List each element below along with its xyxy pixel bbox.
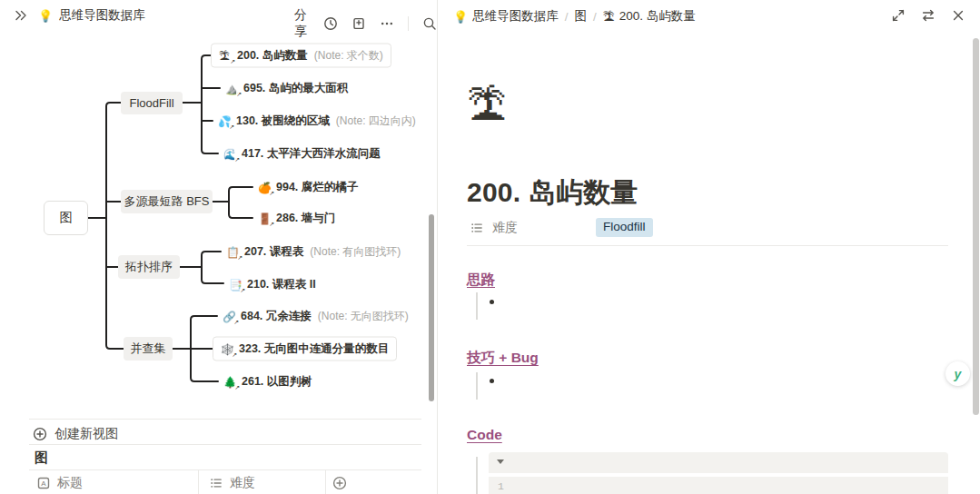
column-divider [325,470,326,494]
evergreen-tree-icon: 🌲↗ [223,376,237,387]
property-row-difficulty[interactable]: 难度 Floodfill [470,218,653,237]
section-heading-ideas[interactable]: 思路 [467,271,495,290]
section-heading-code[interactable]: Code [467,427,502,443]
close-preview-button[interactable] [951,8,965,23]
mindmap-node-417[interactable]: 🌊↗ 417. 太平洋大西洋水流问题 [223,146,387,162]
swap-arrows-icon [921,8,935,23]
mindmap-node-200[interactable]: 🏝↗ 200. 岛屿数量 (Note: 求个数) [211,44,391,68]
wave-icon: 🌊↗ [223,148,237,159]
mindmap-node-261[interactable]: 🌲↗ 261. 以图判树 [223,374,312,390]
breadcrumb-item-graph[interactable]: 图 [575,8,588,25]
toggle-indent-line [476,372,478,400]
create-new-view-button[interactable]: 创建新视图 [33,426,118,442]
branch-label: 多源最短路 BFS [124,193,210,210]
create-new-view-label: 创建新视图 [54,426,118,442]
root-label: 图 [60,210,73,226]
link-arrow-icon: ↗ [234,155,240,162]
right-scrollbar-thumb[interactable] [973,38,979,415]
breadcrumb-separator: / [565,10,569,24]
open-in-side-peek-button[interactable] [921,8,935,23]
breadcrumb-item-page[interactable]: 🏝 200. 岛屿数量 [603,8,696,25]
node-title: 417. 太平洋大西洋水流问题 [242,146,381,162]
mindmap-node-323[interactable]: 🕸️↗ 323. 无向图中连通分量的数目 [213,337,397,361]
open-full-page-button[interactable] [891,8,906,23]
link-arrow-icon: ↗ [230,57,235,64]
spider-web-icon: 🕸️↗ [221,343,234,354]
difficulty-tag[interactable]: Floodfill [596,218,653,237]
left-scrollbar-thumb[interactable] [429,214,434,401]
water-splash-icon: 💦↗ [218,115,232,126]
lightbulb-icon: 💡 [453,10,468,24]
property-name: 难度 [492,220,588,236]
section-heading-tricks[interactable]: 技巧 + Bug [467,349,539,368]
node-title: 684. 冗余连接 [241,309,312,324]
tangerine-icon: 🍊↗ [258,182,272,193]
add-column-button[interactable] [332,476,347,490]
link-arrow-icon: ↗ [240,286,245,292]
mindmap-root-node[interactable]: 图 [44,201,88,235]
palm-island-icon: 🏝↗ [219,50,233,61]
breadcrumb-item-database[interactable]: 💡 思维导图数据库 [453,8,559,25]
column-divider [198,470,199,494]
link-arrow-icon: ↗ [233,318,239,324]
select-property-icon [470,221,484,235]
mindmap-node-286[interactable]: 🚪↗ 286. 墙与门 [258,211,335,226]
table-header-border [29,469,421,470]
mindmap-node-994[interactable]: 🍊↗ 994. 腐烂的橘子 [258,180,358,195]
expand-diagonal-icon [891,8,906,23]
node-note: (Note: 求个数) [314,48,383,64]
bullet-list-item[interactable] [490,379,494,383]
node-title: 207. 课程表 [244,244,303,260]
caret-down-icon[interactable] [497,459,504,464]
mindmap-branch-floodfill[interactable]: FloodFill [121,92,183,114]
link-arrow-icon: ↗ [237,253,243,260]
branch-label: FloodFill [129,96,173,110]
node-title: 200. 岛屿数量 [237,48,308,64]
close-icon [951,8,965,23]
breadcrumb: 💡 思维导图数据库 / 图 / 🏝 200. 岛屿数量 [453,8,696,25]
mindmap-branch-multi-source-bfs[interactable]: 多源最短路 BFS [121,190,213,213]
code-block-header[interactable] [489,452,948,473]
mindmap-node-130[interactable]: 💦↗ 130. 被围绕的区域 (Note: 四边向内) [218,114,416,129]
collection-title[interactable]: 图 [35,450,48,467]
node-title: 286. 墙与门 [276,211,335,226]
column-header-title[interactable]: A 标题 [36,475,83,491]
mindmap-node-210[interactable]: 📑↗ 210. 课程表 II [229,277,316,292]
bookmark-tabs-icon: 📑↗ [229,279,243,290]
mindmap-branch-topological-sort[interactable]: 拓扑排序 [118,255,180,279]
mindmap-node-684[interactable]: 🔗↗ 684. 冗余连接 (Note: 无向图找环) [223,309,409,324]
node-note: (Note: 四边向内) [336,114,416,129]
clipboard-icon: 📋↗ [226,246,240,257]
mindmap-branch-union-find[interactable]: 并查集 [124,337,173,361]
mountain-icon: ⛰️↗ [225,83,239,94]
title-property-icon: A [36,476,51,490]
plus-circle-icon [332,476,347,490]
link-icon: 🔗↗ [223,311,236,321]
link-arrow-icon: ↗ [236,90,242,96]
column-header-difficulty[interactable]: 难度 [209,475,255,491]
content-divider [467,245,948,246]
node-title: 130. 被围绕的区域 [236,114,330,129]
branch-label: 并查集 [131,341,166,357]
footer-divider-top [29,419,421,420]
toggle-indent-line [476,457,478,494]
mindmap-node-207[interactable]: 📋↗ 207. 课程表 (Note: 有向图找环) [226,244,401,260]
footer-divider-mid [29,444,421,445]
browser-extension-float-button[interactable]: y [945,361,970,386]
bullet-list-item[interactable] [490,300,494,304]
link-arrow-icon: ↗ [234,383,240,390]
left-panel: 💡 思维导图数据库 分享 [0,0,437,494]
page-icon-emoji[interactable]: 🏝 [467,86,507,126]
svg-text:A: A [41,479,46,488]
branch-label: 拓扑排序 [125,259,173,275]
node-note: (Note: 无向图找环) [318,309,409,324]
right-panel-page-preview: 💡 思维导图数据库 / 图 / 🏝 200. 岛屿数量 [438,0,980,494]
code-block-body[interactable]: 1 [489,477,948,494]
toggle-indent-line [476,292,478,320]
mindmap-node-695[interactable]: ⛰️↗ 695. 岛屿的最大面积 [225,81,354,96]
link-arrow-icon: ↗ [269,189,274,195]
node-title: 261. 以图判树 [242,374,312,390]
node-note: (Note: 有向图找环) [310,244,401,260]
page-title[interactable]: 200. 岛屿数量 [467,174,638,212]
plus-circle-icon [33,427,47,441]
